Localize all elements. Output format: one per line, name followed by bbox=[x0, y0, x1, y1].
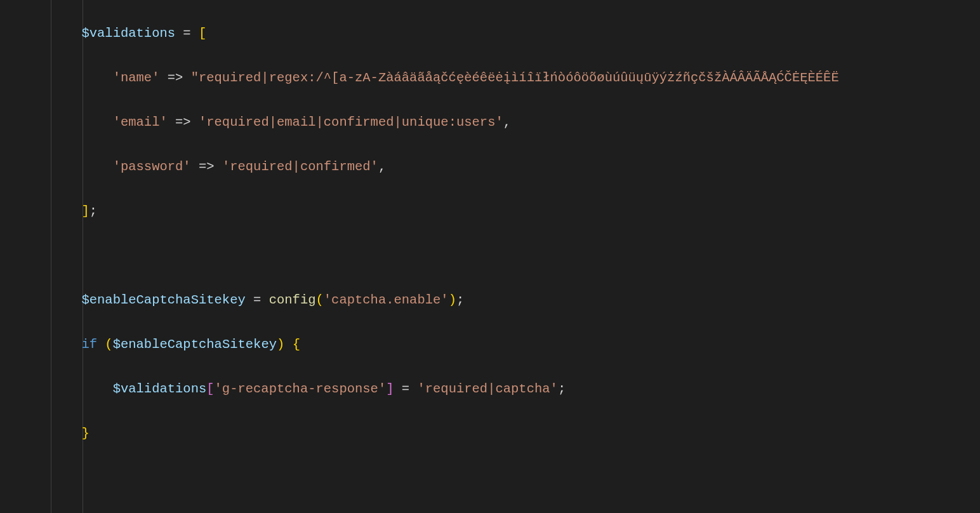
string-value: 'required|confirmed' bbox=[222, 159, 378, 174]
code-line[interactable]: } bbox=[19, 422, 839, 444]
string-value: 'required|email|confirmed|unique:users' bbox=[199, 115, 503, 130]
variable: $validations bbox=[113, 382, 207, 396]
code-line[interactable]: 'name' => "required|regex:/^[a-zA-Zàáâäã… bbox=[19, 67, 839, 89]
code-line[interactable]: 'password' => 'required|confirmed', bbox=[19, 156, 839, 178]
code-line-empty[interactable] bbox=[19, 244, 839, 267]
code-line[interactable]: $enableCaptchaSitekey = config('captcha.… bbox=[19, 289, 839, 311]
function-call: config bbox=[269, 293, 316, 307]
string-key: 'email' bbox=[113, 115, 168, 130]
code-line[interactable]: $validations = [ bbox=[19, 22, 839, 44]
string-value: "required|regex:/^[a-zA-Zàáâäãåąčćęèéêëė… bbox=[191, 70, 839, 85]
code-line[interactable]: $validations['g-recaptcha-response'] = '… bbox=[19, 378, 839, 400]
code-line-empty[interactable] bbox=[19, 467, 839, 489]
string-key: 'name' bbox=[113, 70, 160, 85]
string-key: 'password' bbox=[113, 159, 191, 174]
code-line[interactable]: 'email' => 'required|email|confirmed|uni… bbox=[19, 111, 839, 133]
code-line[interactable]: if ($enableCaptchaSitekey) { bbox=[19, 333, 839, 356]
code-editor[interactable]: $validations = [ 'name' => "required|reg… bbox=[0, 0, 839, 513]
code-line[interactable]: ]; bbox=[19, 200, 839, 222]
variable: $validations bbox=[81, 26, 175, 41]
keyword: if bbox=[81, 337, 97, 352]
variable: $enableCaptchaSitekey bbox=[81, 293, 245, 307]
